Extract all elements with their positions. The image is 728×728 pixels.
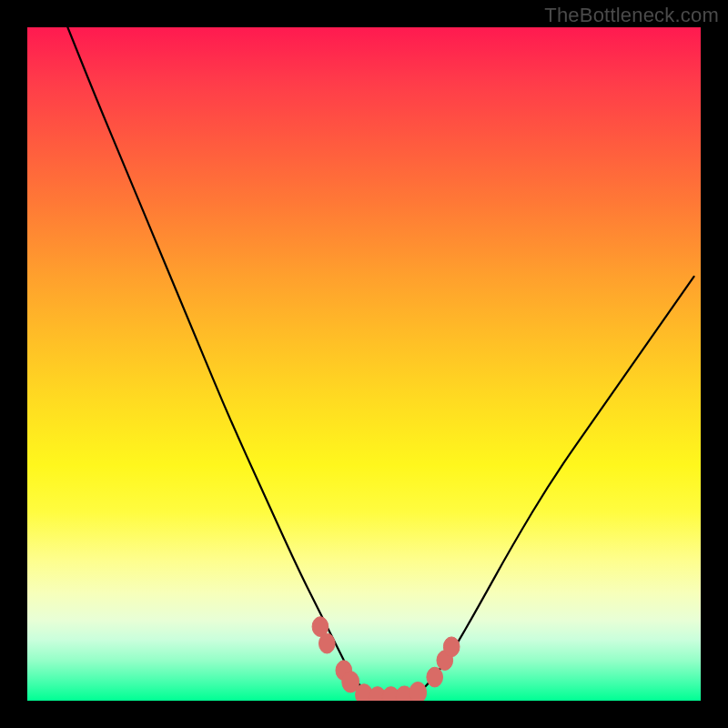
curve-marker: [410, 682, 427, 701]
chart-frame: TheBottleneck.com: [0, 0, 728, 728]
bottleneck-curve-path: [67, 27, 693, 697]
curve-svg: [27, 27, 701, 701]
curve-marker: [318, 633, 335, 653]
watermark-text: TheBottleneck.com: [544, 4, 719, 27]
curve-markers: [312, 617, 460, 701]
plot-area: [27, 27, 701, 701]
curve-marker: [443, 637, 460, 657]
curve-marker: [427, 667, 443, 687]
